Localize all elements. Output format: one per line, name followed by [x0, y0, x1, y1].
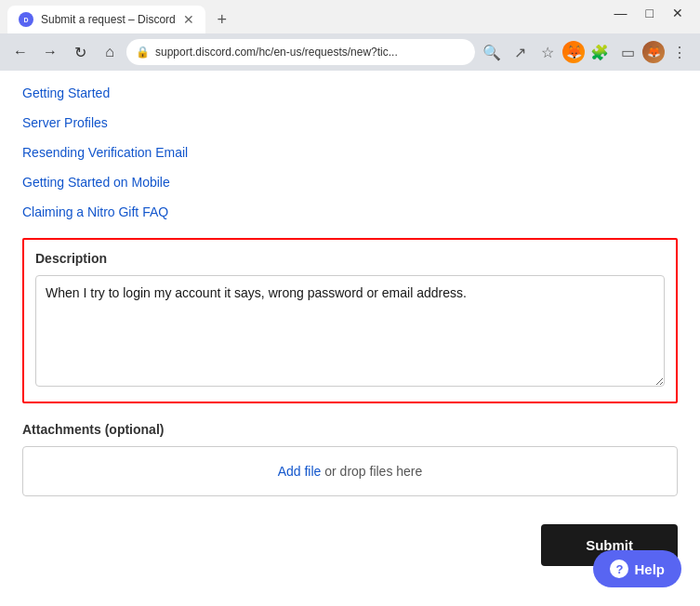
nav-link-resending-verification[interactable]: Resending Verification Email — [22, 145, 678, 160]
nav-link-server-profiles[interactable]: Server Profiles — [22, 115, 678, 130]
tab-close-button[interactable]: ✕ — [183, 13, 194, 26]
extension-fox-icon[interactable]: 🦊 — [562, 41, 585, 63]
file-drop-zone[interactable]: Add file or drop files here — [22, 446, 678, 496]
attachments-section: Attachments (optional) Add file or drop … — [22, 422, 678, 496]
nav-link-getting-started[interactable]: Getting Started — [22, 86, 678, 100]
search-icon[interactable]: 🔍 — [479, 39, 505, 65]
lock-icon: 🔒 — [136, 46, 150, 59]
add-file-link[interactable]: Add file — [278, 464, 322, 479]
address-bar[interactable]: 🔒 support.discord.com/hc/en-us/requests/… — [126, 39, 475, 65]
help-label: Help — [634, 561, 665, 577]
maximize-button[interactable]: □ — [641, 6, 659, 20]
sidebar-icon[interactable]: ▭ — [614, 39, 641, 65]
forward-button[interactable]: → — [37, 39, 63, 65]
description-textarea[interactable]: When I try to login my account it says, … — [35, 275, 665, 387]
tab-title: Submit a request – Discord — [41, 13, 176, 26]
tab-favicon: D — [19, 12, 33, 27]
title-bar: D Submit a request – Discord ✕ + — □ ✕ — [0, 0, 700, 33]
window-controls: — □ ✕ — [609, 6, 693, 20]
toolbar-icons: 🔍 ↗ ☆ 🦊 🧩 ▭ 🦊 ⋮ — [479, 39, 693, 65]
menu-icon[interactable]: ⋮ — [667, 39, 693, 65]
share-icon[interactable]: ↗ — [507, 39, 533, 65]
refresh-button[interactable]: ↻ — [67, 39, 93, 65]
nav-link-nitro-gift-faq[interactable]: Claiming a Nitro Gift FAQ — [22, 204, 678, 219]
nav-links: Getting Started Server Profiles Resendin… — [22, 86, 678, 219]
profile-icon[interactable]: 🦊 — [642, 41, 665, 63]
page-content: Getting Started Server Profiles Resendin… — [0, 71, 700, 606]
bookmark-icon[interactable]: ☆ — [535, 39, 561, 65]
attachments-label: Attachments (optional) — [22, 422, 678, 437]
svg-text:D: D — [23, 17, 28, 23]
minimize-button[interactable]: — — [609, 6, 633, 20]
new-tab-button[interactable]: + — [209, 7, 235, 33]
help-button[interactable]: ? Help — [593, 550, 681, 587]
description-section: Description When I try to login my accou… — [22, 238, 678, 403]
submit-row: Submit — [22, 524, 678, 566]
nav-link-getting-started-mobile[interactable]: Getting Started on Mobile — [22, 175, 678, 190]
help-circle-icon: ? — [610, 560, 628, 578]
extensions-icon[interactable]: 🧩 — [587, 39, 613, 65]
home-button[interactable]: ⌂ — [97, 39, 123, 65]
address-text: support.discord.com/hc/en-us/requests/ne… — [155, 46, 466, 59]
back-button[interactable]: ← — [7, 39, 33, 65]
drop-text: or drop files here — [321, 464, 422, 479]
description-label: Description — [35, 251, 665, 266]
active-tab[interactable]: D Submit a request – Discord ✕ — [7, 6, 205, 33]
close-button[interactable]: ✕ — [667, 6, 689, 20]
address-bar-row: ← → ↻ ⌂ 🔒 support.discord.com/hc/en-us/r… — [0, 33, 700, 71]
